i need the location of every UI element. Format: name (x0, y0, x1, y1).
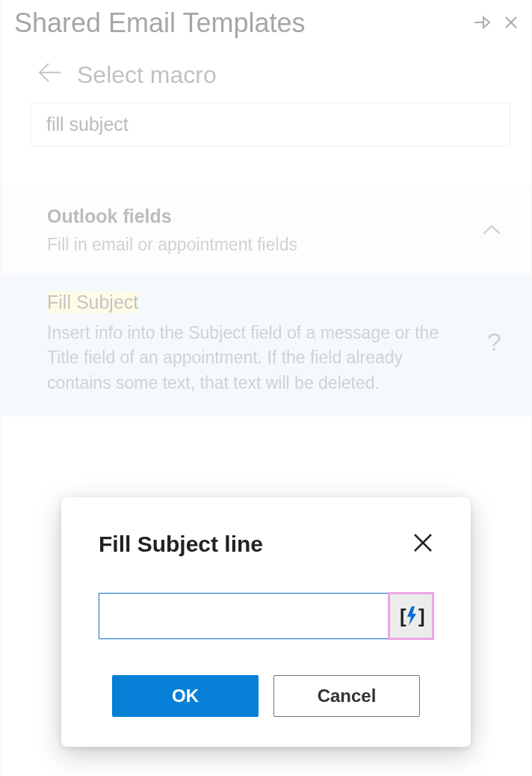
svg-text:]: ] (418, 605, 425, 627)
titlebar: Shared Email Templates (1, 0, 531, 39)
macro-title: Fill Subject (47, 292, 138, 313)
svg-text:[: [ (400, 605, 406, 627)
group-description: Fill in email or appointment fields (47, 235, 510, 255)
chevron-up-icon (482, 218, 501, 241)
macro-description: Insert info into the Subject field of a … (47, 321, 510, 395)
close-icon[interactable] (504, 16, 518, 31)
fill-subject-dialog: Fill Subject line [ ] OK Cancel (61, 497, 471, 747)
close-icon[interactable] (412, 532, 433, 557)
dialog-header: Fill Subject line (99, 532, 433, 557)
subject-input[interactable] (99, 594, 389, 638)
back-icon[interactable] (37, 62, 62, 88)
dialog-buttons: OK Cancel (99, 675, 433, 717)
titlebar-actions (473, 16, 518, 31)
macro-group-header[interactable]: Outlook fields Fill in email or appointm… (1, 184, 531, 275)
macro-item-fill-subject[interactable]: Fill Subject Insert info into the Subjec… (1, 275, 531, 416)
group-title: Outlook fields (47, 206, 510, 227)
app-title: Shared Email Templates (14, 7, 473, 39)
svg-marker-8 (407, 606, 416, 626)
insert-macro-button[interactable]: [ ] (389, 594, 433, 638)
page-header: Select macro (1, 39, 531, 102)
search-input[interactable]: fill subject (31, 102, 510, 147)
subject-input-wrap: [ ] (99, 593, 433, 639)
page-title: Select macro (77, 61, 217, 89)
cancel-button[interactable]: Cancel (273, 675, 420, 717)
pin-icon[interactable] (473, 16, 491, 31)
ok-button[interactable]: OK (112, 675, 259, 717)
svg-marker-1 (483, 17, 489, 28)
help-icon[interactable]: ? (487, 327, 501, 357)
dialog-title: Fill Subject line (99, 532, 412, 557)
